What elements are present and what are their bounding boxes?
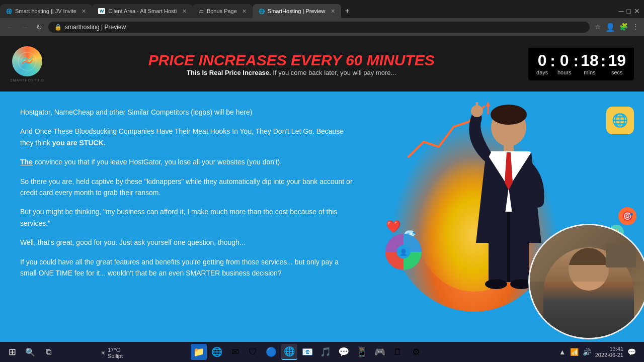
paragraph-5: But you might be thinking, "my business … <box>20 206 353 229</box>
maximize-button[interactable]: □ <box>627 7 631 15</box>
taskbar-app4[interactable]: 📱 <box>354 344 370 360</box>
paragraph-1: Hostgator, NameCheap and other Similar C… <box>20 107 353 118</box>
logo-area: SMARTHOSTING <box>10 46 44 82</box>
countdown-mins-value: 18 <box>581 52 599 68</box>
globe-icon: 🌐 <box>606 107 634 134</box>
refresh-button[interactable]: ↻ <box>34 22 44 32</box>
paragraph-2-bold: you are STUCK. <box>52 139 106 147</box>
system-tray-icons: ▲ <box>559 348 566 356</box>
tab-4-close[interactable]: ✕ <box>331 8 335 15</box>
paragraph-4: So there you are, held captive by these … <box>20 176 353 199</box>
tab-1[interactable]: 🌐 Smart hosting || JV Invite ✕ <box>0 4 92 18</box>
url-text: smarthosting | Preview <box>65 24 584 31</box>
tab-4-icon: 🌐 <box>259 9 265 14</box>
paragraph-3: The convince you that if you leave HostG… <box>20 156 353 167</box>
settings-icon[interactable]: ⋮ <box>631 22 640 33</box>
tab-2-icon: W <box>98 8 106 14</box>
notification-icon[interactable]: 💬 <box>627 348 636 356</box>
taskbar-app3[interactable]: 💬 <box>336 344 352 360</box>
countdown-secs-value: 19 <box>608 52 626 68</box>
logo-svg <box>17 51 37 71</box>
taskbar-app1[interactable]: 📧 <box>299 344 315 360</box>
svg-text:👤: 👤 <box>399 248 408 256</box>
countdown-colon-3: : <box>601 52 606 70</box>
weather-icon: ☀ <box>101 350 106 356</box>
pie-chart-container: 👤 <box>381 229 426 277</box>
tab-3[interactable]: 🏷 Bonus Page ✕ <box>193 4 253 18</box>
tab-1-close[interactable]: ✕ <box>82 8 86 15</box>
tab-2-close[interactable]: ✕ <box>182 8 187 15</box>
taskbar-app6[interactable]: 🗒 <box>390 344 406 360</box>
toolbar-icons: ☆ 👤 🧩 ⋮ <box>594 22 640 33</box>
back-button[interactable]: ← <box>4 22 15 32</box>
url-bar[interactable]: 🔒 smarthosting | Preview <box>48 22 590 33</box>
right-content: 🌐 🎯 👍 ❤️ 💎 👤 <box>373 92 644 342</box>
tab-2[interactable]: W Client Area - All Smart Hosting ✕ <box>92 4 193 18</box>
minimize-button[interactable]: ─ <box>619 7 624 15</box>
price-subline-normal: If you come back later, you will pay mor… <box>273 69 396 76</box>
price-subline-bold: This Is Real Price Increase. <box>187 69 271 76</box>
countdown-area: 0 days : 0 hours : 18 mins : 19 secs <box>528 48 634 80</box>
tab-4[interactable]: 🌐 SmartHosting | Preview ✕ <box>253 4 341 18</box>
paragraph-3-rest: convince you that if you leave HostGator… <box>33 158 282 166</box>
profile-icon[interactable]: 👤 <box>604 22 616 33</box>
headline-area: Price Increases Every 60 Minutes This Is… <box>54 52 528 76</box>
weather-widget: ☀ 17°C Sollipt <box>101 347 123 359</box>
webcam-overlay <box>528 224 644 339</box>
taskbar-right: ▲ 📶 🔊 13:41 2022-06-21 💬 <box>559 346 640 358</box>
taskbar-center: 📁 🌐 ✉ 🛡 🔵 🌐 📧 🎵 💬 📱 🎮 🗒 ⚙ <box>58 344 557 360</box>
close-button[interactable]: ✕ <box>634 7 640 15</box>
tab-3-icon: 🏷 <box>199 9 204 14</box>
paragraph-2: And Once These Bloodsucking Companies Ha… <box>20 126 353 148</box>
svg-point-15 <box>485 279 507 289</box>
countdown-mins-label: mins <box>584 69 595 75</box>
tab-2-label: Client Area - All Smart Hosting <box>108 8 177 14</box>
countdown-days-label: days <box>536 69 548 75</box>
browser-toolbar: ← → ↻ 🔒 smarthosting | Preview ☆ 👤 🧩 ⋮ <box>0 18 644 36</box>
svg-point-0 <box>18 52 36 70</box>
countdown-days: 0 days <box>536 52 548 75</box>
clock-time: 13:41 <box>595 346 623 352</box>
start-button[interactable]: ⊞ <box>4 344 20 360</box>
network-icon: 📶 <box>570 348 579 356</box>
paragraph-7: If you could have all the great features… <box>20 256 353 279</box>
countdown-hours: 0 hours <box>557 52 572 75</box>
paragraph-3-underline: The <box>20 158 33 166</box>
taskbar-edge[interactable]: 🌐 <box>209 344 225 360</box>
tab-1-label: Smart hosting || JV Invite <box>15 8 76 14</box>
pie-chart-svg: 👤 <box>381 229 426 275</box>
countdown-secs-label: secs <box>611 69 623 75</box>
svg-point-11 <box>471 105 483 117</box>
taskbar-explorer[interactable]: 📁 <box>191 344 207 360</box>
taskbar-defender[interactable]: 🛡 <box>245 344 261 360</box>
taskbar-chrome[interactable]: 🌐 <box>281 344 297 360</box>
forward-button[interactable]: → <box>19 22 30 32</box>
svg-rect-14 <box>507 212 510 282</box>
weather-location: Sollipt <box>108 353 123 359</box>
countdown-colon-1: : <box>550 52 555 70</box>
left-content: Hostgator, NameCheap and other Similar C… <box>0 92 373 342</box>
taskbar: ⊞ 🔍 ⧉ 📁 🌐 ✉ 🛡 🔵 🌐 📧 🎵 💬 📱 🎮 🗒 ⚙ ▲ 📶 🔊 13… <box>0 342 644 362</box>
countdown-secs: 19 secs <box>608 52 626 75</box>
taskbar-left: ⊞ 🔍 ⧉ <box>4 344 56 360</box>
taskbar-blue[interactable]: 🔵 <box>263 344 279 360</box>
countdown-mins: 18 mins <box>581 52 599 75</box>
tab-3-close[interactable]: ✕ <box>242 8 247 15</box>
taskbar-email[interactable]: ✉ <box>227 344 243 360</box>
search-button[interactable]: 🔍 <box>22 344 38 360</box>
extensions-icon[interactable]: 🧩 <box>618 22 629 33</box>
main-content: Hostgator, NameCheap and other Similar C… <box>0 92 644 342</box>
page-header: SMARTHOSTING Price Increases Every 60 Mi… <box>0 36 644 92</box>
tab-bar: 🌐 Smart hosting || JV Invite ✕ W Client … <box>0 0 644 18</box>
price-headline: Price Increases Every 60 Minutes <box>54 52 528 69</box>
taskbar-app7[interactable]: ⚙ <box>408 344 424 360</box>
price-subline: This Is Real Price Increase. If you come… <box>54 69 528 76</box>
tab-4-label: SmartHosting | Preview <box>268 8 326 14</box>
clock-display: 13:41 2022-06-21 <box>595 346 623 358</box>
target-icon: 🎯 <box>618 207 636 225</box>
bookmark-icon[interactable]: ☆ <box>594 22 602 33</box>
taskbar-app5[interactable]: 🎮 <box>372 344 388 360</box>
new-tab-button[interactable]: + <box>341 5 354 18</box>
task-view-button[interactable]: ⧉ <box>40 344 56 360</box>
taskbar-app2[interactable]: 🎵 <box>317 344 334 360</box>
